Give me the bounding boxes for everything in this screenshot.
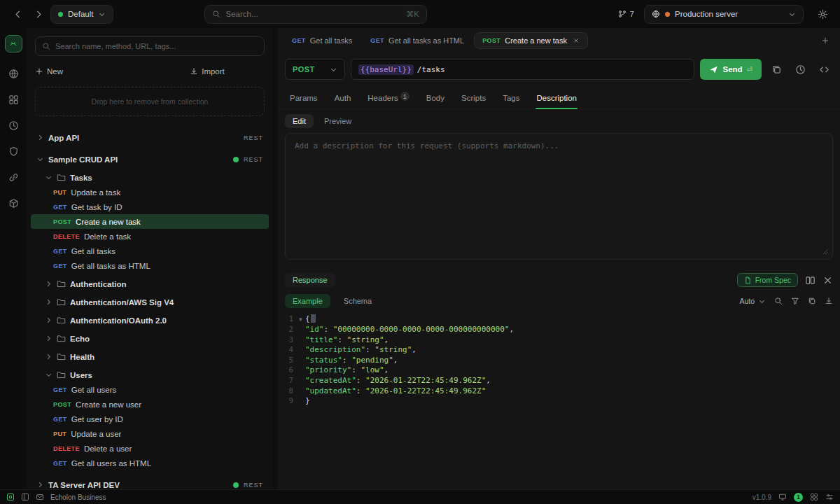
- tree-folder-item[interactable]: Authentication: [31, 276, 269, 291]
- notification-badge[interactable]: 1: [794, 493, 803, 502]
- sidebar-resize-handle[interactable]: [273, 28, 278, 489]
- tree-folder-item[interactable]: Users: [31, 368, 269, 382]
- response-tab-schema[interactable]: Schema: [336, 294, 379, 308]
- response-tab-example[interactable]: Example: [285, 294, 330, 308]
- new-request-button[interactable]: New: [35, 63, 150, 80]
- code-snippet-button[interactable]: [815, 60, 833, 78]
- filter-response-button[interactable]: [791, 297, 799, 305]
- tree-request-item[interactable]: DELETEDelete a task: [31, 229, 269, 244]
- settings-button[interactable]: [813, 5, 832, 23]
- download-response-button[interactable]: [825, 297, 833, 305]
- panels-icon[interactable]: [21, 493, 29, 501]
- tree-collection-item[interactable]: TA Server API DEVREST: [31, 477, 269, 489]
- editor-resize-handle[interactable]: [822, 248, 829, 255]
- tree-request-item[interactable]: GETGet task by ID: [31, 200, 269, 214]
- request-tab[interactable]: POSTCreate a new task: [474, 32, 588, 49]
- security-button[interactable]: [4, 142, 22, 160]
- section-tab-label: Scripts: [461, 94, 486, 102]
- workspace-name[interactable]: Echolon Business: [50, 493, 106, 501]
- url-input[interactable]: {{baseUrl}} /tasks: [351, 59, 694, 80]
- request-section-tab-scripts[interactable]: Scripts: [461, 94, 486, 108]
- tree-folder-item[interactable]: Authentication/OAuth 2.0: [31, 313, 269, 328]
- code-content: "title": "string",: [305, 335, 388, 346]
- grid-icon[interactable]: [810, 493, 818, 501]
- editor-mode-edit[interactable]: Edit: [285, 114, 314, 128]
- plugins-button[interactable]: [4, 194, 22, 212]
- layout-columns-button[interactable]: [805, 275, 816, 286]
- tree-request-item[interactable]: PUTUpdate a task: [31, 185, 269, 200]
- request-method-label: PUT: [53, 189, 66, 196]
- request-section-tab-params[interactable]: Params: [289, 94, 318, 108]
- request-tab[interactable]: GETGet all tasks: [284, 32, 360, 49]
- format-selector[interactable]: Auto: [739, 297, 766, 305]
- tree-collection-item[interactable]: Sample CRUD APIREST: [31, 152, 269, 167]
- tree-folder-item[interactable]: Health: [31, 349, 269, 364]
- tree-request-item[interactable]: POSTCreate a new task: [31, 214, 269, 229]
- nav-back-button[interactable]: [8, 5, 27, 23]
- tab-label: Get all tasks as HTML: [388, 36, 464, 45]
- mail-icon[interactable]: [36, 493, 44, 501]
- fold-gutter: [296, 325, 305, 335]
- chevron-right-icon: [45, 280, 52, 288]
- global-search-input[interactable]: Search... ⌘K: [204, 5, 427, 24]
- nav-forward-button[interactable]: [29, 5, 48, 23]
- environment-selector[interactable]: Default: [50, 5, 113, 24]
- tree-request-item[interactable]: GETGet all tasks as HTML: [31, 258, 269, 273]
- copy-response-button[interactable]: [808, 297, 816, 305]
- copy-request-button[interactable]: [767, 60, 785, 78]
- copy-icon: [771, 64, 782, 75]
- request-section-tab-description[interactable]: Description: [536, 94, 578, 108]
- dropzone[interactable]: Drop here to remove from collection: [35, 87, 265, 116]
- grid-icon: [8, 94, 19, 105]
- tree-collection-item[interactable]: App APIREST: [31, 130, 269, 145]
- history-button[interactable]: [4, 116, 22, 134]
- tree-request-item[interactable]: POSTCreate a new user: [31, 397, 269, 412]
- response-body-viewer[interactable]: 1▼{2"id": "00000000-0000-0000-0000-00000…: [278, 312, 840, 489]
- editor-mode-preview[interactable]: Preview: [316, 114, 359, 128]
- display-icon[interactable]: [778, 493, 787, 501]
- line-number: 7: [278, 376, 296, 386]
- tree-request-item[interactable]: GETGet all tasks: [31, 244, 269, 258]
- request-section-tab-body[interactable]: Body: [426, 94, 445, 108]
- git-branch-button[interactable]: 7: [618, 10, 634, 18]
- request-section-tab-tags[interactable]: Tags: [502, 94, 520, 108]
- sidebar-search-input[interactable]: Search name, method, URL, tags...: [35, 36, 265, 56]
- fold-gutter: [296, 335, 305, 346]
- search-response-button[interactable]: [774, 297, 783, 305]
- sliders-icon[interactable]: [825, 493, 834, 501]
- request-section-tab-auth[interactable]: Auth: [334, 94, 352, 108]
- code-line: 4"description": "string",: [278, 345, 840, 356]
- tree-request-item[interactable]: DELETEDelete a user: [31, 441, 269, 456]
- tree-folder-item[interactable]: Echo: [31, 331, 269, 346]
- method-selector[interactable]: POST: [285, 59, 345, 80]
- workspaces-button[interactable]: [4, 90, 22, 108]
- request-tab[interactable]: GETGet all tasks as HTML: [362, 32, 472, 49]
- tree-request-item[interactable]: PUTUpdate a user: [31, 426, 269, 441]
- tree-request-item[interactable]: GETGet all users: [31, 382, 269, 397]
- close-response-button[interactable]: [822, 275, 833, 286]
- line-number: 5: [278, 356, 296, 366]
- from-spec-badge[interactable]: From Spec: [737, 273, 798, 287]
- tree-request-item[interactable]: GETGet all users as HTML: [31, 456, 269, 470]
- response-label[interactable]: Response: [285, 273, 335, 287]
- resize-grip-icon: [822, 248, 829, 255]
- cookies-button[interactable]: [4, 64, 22, 83]
- description-editor[interactable]: Add a description for this request (supp…: [285, 133, 833, 260]
- new-tab-button[interactable]: [816, 31, 834, 50]
- close-tab-icon[interactable]: [573, 37, 580, 44]
- send-button[interactable]: Send ⏎: [700, 59, 762, 80]
- hooks-button[interactable]: [4, 168, 22, 186]
- app-logo[interactable]: [5, 35, 22, 52]
- plugin-status-icon[interactable]: [6, 493, 15, 501]
- tree-item-label: Get all users: [71, 386, 117, 394]
- chevron-right-icon: [36, 134, 44, 141]
- tree-folder-item[interactable]: Tasks: [31, 170, 269, 185]
- code-line: 6"priority": "low",: [278, 365, 840, 376]
- collection-type-badge: REST: [244, 482, 263, 489]
- import-button[interactable]: Import: [150, 63, 265, 80]
- tree-request-item[interactable]: GETGet user by ID: [31, 412, 269, 426]
- request-history-button[interactable]: [791, 60, 809, 78]
- request-section-tab-headers[interactable]: Headers1: [367, 94, 410, 108]
- tree-folder-item[interactable]: Authentication/AWS Sig V4: [31, 295, 269, 309]
- server-selector[interactable]: Production server: [644, 5, 804, 24]
